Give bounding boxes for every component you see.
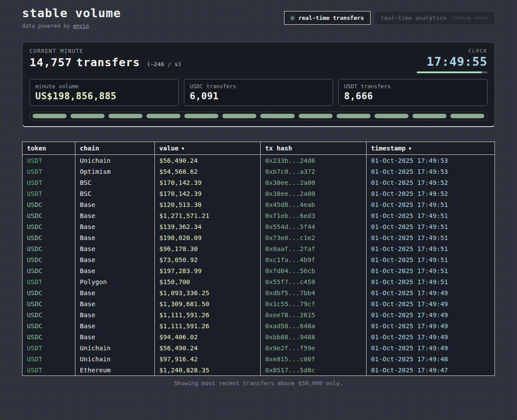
- cell-token: USDC: [22, 320, 75, 331]
- cell-token: USDT: [22, 342, 75, 353]
- cell-value: $150,700: [155, 276, 261, 287]
- cell-token: USDC: [22, 243, 75, 254]
- stat-box-label: USDT transfers: [344, 83, 482, 90]
- cell-tx-hash[interactable]: 0xdbf5...7bb4: [261, 287, 367, 298]
- cell-tx-hash[interactable]: 0xb7c0...a372: [261, 166, 367, 177]
- tab-realtime-analytics[interactable]: real-time analytics (coming soon): [374, 11, 495, 25]
- transfers-line: 14,757 transfers (~246 / s): [30, 56, 181, 69]
- cell-value: $1,309,681.50: [155, 298, 261, 309]
- cell-chain: Optimism: [75, 166, 155, 177]
- cell-value: $56,490.24: [155, 342, 261, 353]
- cell-tx-hash[interactable]: 0xf1eb...6ed3: [261, 210, 367, 221]
- table-row: USDCBase$96,178.300x0aaf...2faf01-Oct-20…: [22, 243, 495, 254]
- current-minute-label: CURRENT MINUTE: [30, 48, 181, 54]
- cell-token: USDC: [22, 232, 75, 243]
- topbar: stable volume data powered by envio real…: [22, 0, 495, 29]
- cell-tx-hash[interactable]: 0x38ee...2a00: [261, 177, 367, 188]
- cell-timestamp: 01-Oct-2025 17:49:48: [367, 353, 495, 364]
- cell-tx-hash[interactable]: 0x8517...5d8c: [261, 364, 367, 376]
- cell-timestamp: 01-Oct-2025 17:49:51: [367, 265, 495, 276]
- progress-segment: [299, 114, 333, 118]
- column-header-timestamp[interactable]: timestamp▼: [367, 142, 495, 155]
- cell-chain: Unichain: [75, 342, 155, 353]
- cell-tx-hash[interactable]: 0x233b...24d6: [261, 155, 367, 166]
- cell-timestamp: 01-Oct-2025 17:49:49: [367, 309, 495, 320]
- cell-tx-hash[interactable]: 0x73e0...c1e2: [261, 232, 367, 243]
- cell-tx-hash[interactable]: 0xee78...2615: [261, 309, 367, 320]
- cell-token: USDC: [22, 331, 75, 342]
- cell-chain: Base: [75, 199, 155, 210]
- column-label: chain: [80, 145, 99, 152]
- table-row: USDCBase$139,362.340x554d...5f4401-Oct-2…: [22, 221, 495, 232]
- cell-chain: Base: [75, 232, 155, 243]
- sort-desc-icon: ▼: [409, 146, 412, 151]
- cell-timestamp: 01-Oct-2025 17:49:53: [367, 155, 495, 166]
- stat-box-value: US$198,856,885: [35, 91, 173, 101]
- cell-token: USDC: [22, 199, 75, 210]
- progress-segment: [375, 114, 408, 118]
- cell-tx-hash[interactable]: 0xe815...c00f: [261, 353, 367, 364]
- cell-timestamp: 01-Oct-2025 17:49:49: [367, 298, 495, 309]
- table-row: USDCBase$94,406.020xbb88...948801-Oct-20…: [22, 331, 495, 342]
- cell-timestamp: 01-Oct-2025 17:49:51: [367, 232, 495, 243]
- table-row: USDTUnichain$97,916.420xe815...c00f01-Oc…: [22, 353, 495, 364]
- cell-chain: BSC: [75, 188, 155, 199]
- cell-token: USDT: [22, 166, 75, 177]
- table-row: USDCBase$1,309,681.500x1c55...79cf01-Oct…: [22, 298, 495, 309]
- cell-chain: Base: [75, 309, 155, 320]
- column-header-value[interactable]: value▼: [155, 142, 261, 155]
- cell-tx-hash[interactable]: 0x55f7...c450: [261, 276, 367, 287]
- cell-token: USDT: [22, 353, 75, 364]
- cell-tx-hash[interactable]: 0xbb88...9488: [261, 331, 367, 342]
- subtitle: data powered by envio: [22, 23, 121, 29]
- cell-token: USDC: [22, 254, 75, 265]
- cell-tx-hash[interactable]: 0x38ee...2a00: [261, 188, 367, 199]
- cell-value: $96,178.30: [155, 243, 261, 254]
- transfers-table: tokenchainvalue▼tx hashtimestamp▼ USDTUn…: [22, 142, 495, 376]
- clock-time: 17:49:55: [417, 55, 487, 68]
- cell-tx-hash[interactable]: 0x45d8...4eab: [261, 199, 367, 210]
- tab-realtime-analytics-label: real-time analytics: [381, 15, 446, 21]
- transfers-summary: CURRENT MINUTE 14,757 transfers (~246 / …: [30, 48, 181, 73]
- cell-token: USDC: [22, 287, 75, 298]
- cell-tx-hash[interactable]: 0xad58...648a: [261, 320, 367, 331]
- cell-value: $1,240,828.35: [155, 364, 261, 376]
- cell-timestamp: 01-Oct-2025 17:49:49: [367, 287, 495, 298]
- table-row: USDCBase$197,283.990xfd04...56cb01-Oct-2…: [22, 265, 495, 276]
- cell-value: $170,142.39: [155, 177, 261, 188]
- cell-value: $139,362.34: [155, 221, 261, 232]
- transfer-rate: (~246 / s): [147, 61, 181, 68]
- cell-chain: Base: [75, 320, 155, 331]
- table-row: USDTEthereum$1,240,828.350x8517...5d8c01…: [22, 364, 495, 376]
- clock-widget: CLOCK 17:49:55: [417, 48, 487, 73]
- cell-chain: Ethereum: [75, 364, 155, 376]
- table-row: USDTBSC$170,142.390x38ee...2a0001-Oct-20…: [22, 188, 495, 199]
- column-label: value: [159, 145, 179, 152]
- stat-box-usdt-transfers: USDT transfers8,666: [338, 79, 487, 106]
- table-row: USDCBase$1,111,591.260xad58...648a01-Oct…: [22, 320, 495, 331]
- brand: stable volume data powered by envio: [22, 6, 121, 29]
- page-title: stable volume: [22, 6, 121, 20]
- stat-box-minute-volume: minute volumeUS$198,856,885: [30, 79, 179, 106]
- tab-realtime-transfers[interactable]: real-time transfers: [284, 11, 371, 25]
- cell-tx-hash[interactable]: 0xc1fa...4b9f: [261, 254, 367, 265]
- column-header-hash: tx hash: [261, 142, 367, 155]
- progress-segment: [33, 114, 67, 118]
- cell-timestamp: 01-Oct-2025 17:49:51: [367, 221, 495, 232]
- column-label: token: [27, 145, 46, 152]
- cell-tx-hash[interactable]: 0xfd04...56cb: [261, 265, 367, 276]
- cell-token: USDT: [22, 177, 75, 188]
- stat-box-label: minute volume: [35, 83, 173, 90]
- stats-top: CURRENT MINUTE 14,757 transfers (~246 / …: [30, 48, 487, 73]
- cell-token: USDC: [22, 309, 75, 320]
- clock-progress-fill: [417, 71, 482, 73]
- minute-progress-bar: [30, 112, 487, 120]
- cell-tx-hash[interactable]: 0x1c55...79cf: [261, 298, 367, 309]
- cell-tx-hash[interactable]: 0x0aaf...2faf: [261, 243, 367, 254]
- cell-chain: Base: [75, 265, 155, 276]
- cell-tx-hash[interactable]: 0x9e2f...f59e: [261, 342, 367, 353]
- cell-chain: Base: [75, 243, 155, 254]
- cell-timestamp: 01-Oct-2025 17:49:51: [367, 199, 495, 210]
- cell-tx-hash[interactable]: 0x554d...5f44: [261, 221, 367, 232]
- envio-link[interactable]: envio: [73, 23, 89, 29]
